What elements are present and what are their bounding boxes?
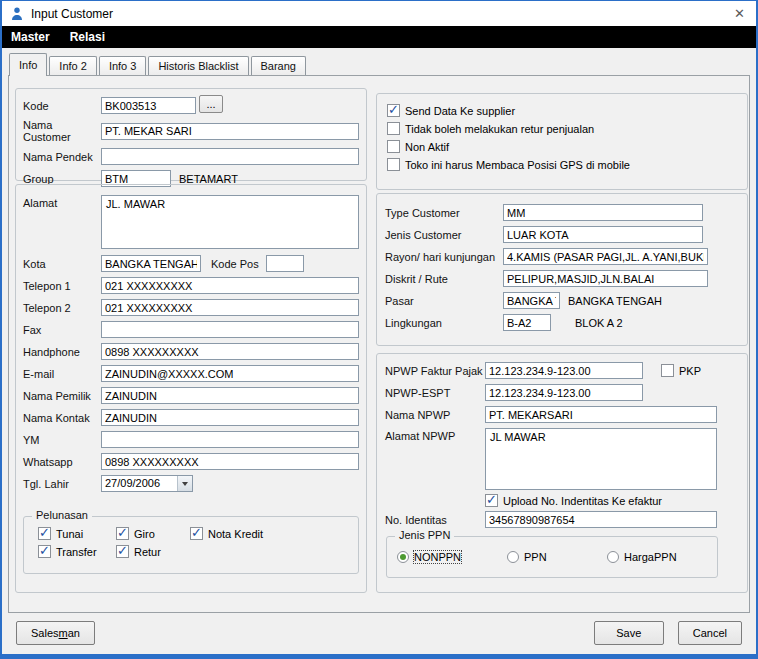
pasar-name-text: BANGKA TENGAH [568, 295, 662, 307]
fax-input[interactable] [101, 321, 359, 338]
alamat-npwp-label: Alamat NPWP [385, 428, 485, 442]
menu-item-relasi[interactable]: Relasi [68, 28, 107, 46]
telepon1-row: Telepon 1 [23, 277, 359, 294]
checkbox-pkp[interactable]: PKP [661, 364, 701, 377]
pasar-input[interactable] [503, 292, 560, 309]
nama-pemilik-row: Nama Pemilik [23, 387, 359, 404]
checkbox-non-aktif[interactable]: Non Aktif [387, 140, 737, 153]
radio-circle [507, 551, 519, 563]
no-identitas-row: No. Identitas [385, 511, 739, 528]
type-customer-row: Type Customer [385, 204, 739, 221]
radio-label: NONPPN [414, 551, 461, 563]
radio-nonppn[interactable]: NONPPN [397, 551, 507, 563]
no-identitas-input[interactable] [485, 511, 717, 528]
no-identitas-label: No. Identitas [385, 514, 485, 526]
group-name-text: BETAMART [179, 173, 238, 185]
radio-circle [607, 551, 619, 563]
diskrit-label: Diskrit / Rute [385, 273, 503, 285]
ym-input[interactable] [101, 431, 359, 448]
checkbox-box [485, 494, 498, 507]
handphone-label: Handphone [23, 346, 101, 358]
browse-button[interactable]: ... [199, 95, 223, 113]
nama-customer-row: Nama Customer [23, 119, 359, 143]
checkbox-tunai[interactable]: Tunai [38, 527, 116, 540]
tab-barang[interactable]: Barang [251, 56, 306, 75]
radio-ppn[interactable]: PPN [507, 551, 607, 563]
footer-bar: Salesman Save Cancel [2, 613, 756, 645]
flags-groupbox: Send Data Ke supplier Tidak boleh melaku… [376, 93, 748, 190]
checkbox-transfer[interactable]: Transfer [38, 545, 116, 558]
pasar-row: Pasar BANGKA TENGAH [385, 292, 739, 309]
checkbox-tidak-boleh-retur[interactable]: Tidak boleh melakukan retur penjualan [387, 122, 737, 135]
checkbox-send-data-supplier[interactable]: Send Data Ke supplier [387, 104, 737, 117]
alamat-row: Alamat JL. MAWAR [23, 195, 359, 249]
whatsapp-label: Whatsapp [23, 456, 101, 468]
email-label: E-mail [23, 368, 101, 380]
radio-hargappn[interactable]: HargaPPN [607, 551, 677, 563]
type-customer-label: Type Customer [385, 207, 503, 219]
nama-customer-input[interactable] [101, 123, 359, 140]
tgl-lahir-dropdown[interactable]: 27/09/2006 [101, 475, 193, 492]
salesman-label-pre: Sales [31, 627, 59, 639]
checkbox-giro[interactable]: Giro [116, 527, 190, 540]
email-row: E-mail [23, 365, 359, 382]
lingkungan-input[interactable] [503, 314, 551, 331]
nama-pendek-label: Nama Pendek [23, 151, 101, 163]
tab-historis-blacklist[interactable]: Historis Blacklist [148, 56, 248, 75]
fax-row: Fax [23, 321, 359, 338]
telepon1-input[interactable] [101, 277, 359, 294]
checkbox-gps-mobile[interactable]: Toko ini harus Membaca Posisi GPS di mob… [387, 158, 737, 171]
menu-bar: Master Relasi [2, 26, 756, 48]
lingkungan-row: Lingkungan BLOK A 2 [385, 314, 739, 331]
ym-label: YM [23, 434, 101, 446]
tab-info-2[interactable]: Info 2 [49, 56, 97, 75]
nama-npwp-input[interactable] [485, 406, 717, 423]
window-title: Input Customer [31, 7, 113, 21]
handphone-input[interactable] [101, 343, 359, 360]
tab-info-3[interactable]: Info 3 [99, 56, 147, 75]
nama-pemilik-input[interactable] [101, 387, 359, 404]
telepon2-input[interactable] [101, 299, 359, 316]
telepon2-label: Telepon 2 [23, 302, 101, 314]
save-button[interactable]: Save [594, 621, 664, 645]
nama-kontak-row: Nama Kontak [23, 409, 359, 426]
alamat-npwp-textarea[interactable]: JL MAWAR [485, 428, 717, 490]
identity-groupbox: Kode ... Nama Customer Nama Pendek Group… [15, 88, 367, 181]
checkbox-upload-identitas[interactable]: Upload No. Indentitas Ke efaktur [485, 494, 739, 507]
whatsapp-input[interactable] [101, 453, 359, 470]
rayon-input[interactable] [503, 248, 708, 265]
radio-label: PPN [524, 551, 547, 563]
alamat-textarea[interactable]: JL. MAWAR [101, 195, 359, 249]
checkbox-label: Toko ini harus Membaca Posisi GPS di mob… [405, 159, 630, 171]
tab-info[interactable]: Info [9, 53, 47, 76]
nama-pendek-row: Nama Pendek [23, 148, 359, 165]
input-customer-window: Input Customer ✕ Master Relasi Info Info… [0, 0, 758, 659]
checkbox-label: Giro [134, 528, 155, 540]
checkbox-box [38, 545, 51, 558]
checkbox-retur[interactable]: Retur [116, 545, 190, 558]
npwp-faktur-label: NPWP Faktur Pajak [385, 365, 485, 377]
title-bar: Input Customer ✕ [2, 1, 756, 26]
nama-kontak-input[interactable] [101, 409, 359, 426]
type-customer-input[interactable] [503, 204, 703, 221]
cancel-button[interactable]: Cancel [678, 621, 742, 645]
checkbox-nota-kredit[interactable]: Nota Kredit [190, 527, 358, 540]
email-input[interactable] [101, 365, 359, 382]
jenis-customer-input[interactable] [503, 226, 703, 243]
checkbox-box [116, 527, 129, 540]
kota-input[interactable] [101, 255, 201, 272]
diskrit-input[interactable] [503, 270, 708, 287]
pelunasan-title: Pelunasan [32, 509, 92, 521]
salesman-button[interactable]: Salesman [16, 621, 95, 645]
chevron-down-icon[interactable] [177, 476, 192, 491]
kode-pos-input[interactable] [266, 255, 304, 272]
npwp-espt-input[interactable] [485, 384, 643, 401]
npwp-espt-row: NPWP-ESPT [385, 384, 739, 401]
npwp-faktur-row: NPWP Faktur Pajak PKP [385, 362, 739, 379]
checkbox-box [190, 527, 203, 540]
nama-pendek-input[interactable] [101, 148, 359, 165]
npwp-faktur-input[interactable] [485, 362, 643, 379]
menu-item-master[interactable]: Master [9, 28, 52, 46]
kode-input[interactable] [101, 97, 196, 114]
close-icon[interactable]: ✕ [723, 6, 756, 21]
